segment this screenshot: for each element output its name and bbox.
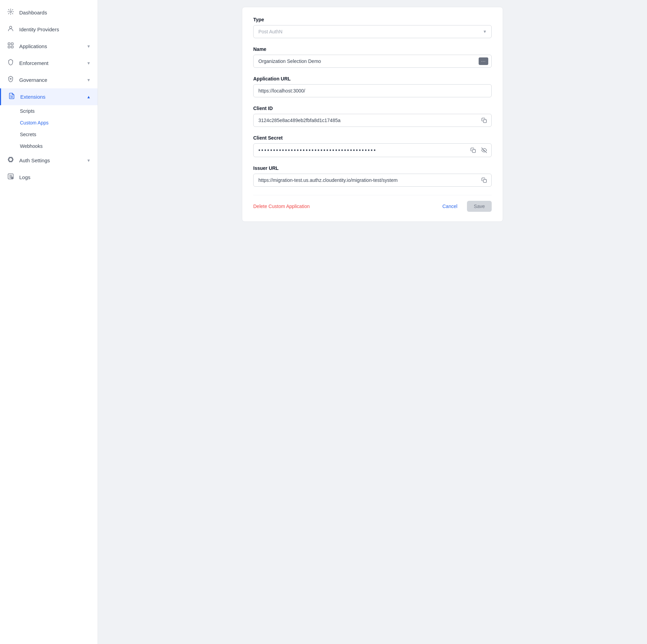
type-group: Type Post AuthN Post AuthN ▼ [253, 17, 492, 38]
sidebar-sub-scripts[interactable]: Scripts [20, 105, 98, 117]
auth-settings-chevron: ▼ [87, 158, 91, 163]
sidebar-governance-label: Governance [19, 77, 47, 83]
name-label: Name [253, 46, 492, 52]
issuer-url-wrapper [253, 174, 492, 187]
delete-button[interactable]: Delete Custom Application [253, 204, 310, 209]
name-input[interactable] [253, 55, 492, 68]
sidebar: Dashboards Identity Providers Applicatio… [0, 0, 98, 644]
app-url-group: Application URL [253, 76, 492, 97]
sidebar-item-governance[interactable]: Governance ▼ [0, 72, 98, 88]
identity-icon [7, 25, 14, 34]
extensions-submenu: Scripts Custom Apps Secrets Webhooks [0, 105, 98, 152]
sidebar-extensions-label: Extensions [20, 94, 45, 100]
sidebar-sub-secrets[interactable]: Secrets [20, 129, 98, 140]
sidebar-item-applications[interactable]: Applications ▼ [0, 38, 98, 55]
issuer-url-label: Issuer URL [253, 165, 492, 171]
sidebar-item-logs[interactable]: Logs [0, 169, 98, 186]
sidebar-identity-label: Identity Providers [19, 26, 59, 32]
svg-rect-20 [483, 179, 487, 183]
copy-issuer-icon [481, 177, 487, 183]
svg-rect-17 [483, 120, 487, 123]
extensions-icon [8, 92, 15, 101]
name-group: Name ··· [253, 46, 492, 68]
client-secret-group: Client Secret [253, 135, 492, 157]
type-select[interactable]: Post AuthN Post AuthN [253, 25, 492, 38]
issuer-url-input[interactable] [253, 174, 492, 187]
client-id-copy-button[interactable] [480, 116, 488, 124]
svg-point-11 [8, 156, 13, 163]
sidebar-applications-label: Applications [19, 43, 47, 49]
eye-off-icon [481, 148, 487, 153]
sidebar-auth-settings-label: Auth Settings [19, 157, 50, 163]
app-url-label: Application URL [253, 76, 492, 81]
enforcement-chevron: ▼ [87, 61, 91, 66]
svg-point-0 [10, 11, 12, 13]
sidebar-logs-label: Logs [19, 174, 31, 180]
applications-icon [7, 42, 14, 51]
form-actions: Delete Custom Application Cancel Save [253, 195, 492, 212]
copy-icon [481, 118, 487, 123]
svg-rect-4 [8, 46, 10, 48]
svg-rect-3 [11, 43, 13, 45]
save-button[interactable]: Save [467, 201, 492, 212]
name-options-button[interactable]: ··· [479, 57, 488, 65]
copy-secret-icon [470, 148, 476, 153]
sidebar-item-auth-settings[interactable]: Auth Settings ▼ [0, 152, 98, 169]
app-url-input[interactable] [253, 84, 492, 97]
logs-icon [7, 173, 14, 182]
name-input-wrapper: ··· [253, 55, 492, 68]
governance-chevron: ▼ [87, 78, 91, 83]
client-secret-toggle-button[interactable] [480, 146, 488, 154]
type-select-wrapper: Post AuthN Post AuthN ▼ [253, 25, 492, 38]
svg-rect-2 [8, 43, 10, 45]
sidebar-item-extensions[interactable]: Extensions ▲ [0, 88, 98, 105]
svg-point-1 [10, 26, 12, 29]
sidebar-sub-webhooks[interactable]: Webhooks [20, 140, 98, 152]
auth-settings-icon [7, 156, 14, 165]
svg-point-6 [10, 78, 11, 79]
cancel-button[interactable]: Cancel [437, 201, 463, 212]
svg-rect-5 [11, 46, 13, 48]
extensions-chevron: ▲ [87, 95, 91, 99]
form-card: Type Post AuthN Post AuthN ▼ Name ··· Ap… [242, 7, 503, 222]
client-id-input[interactable] [253, 114, 492, 127]
governance-icon [7, 76, 14, 84]
main-content: Type Post AuthN Post AuthN ▼ Name ··· Ap… [98, 0, 647, 644]
client-secret-label: Client Secret [253, 135, 492, 141]
applications-chevron: ▼ [87, 44, 91, 49]
svg-rect-18 [472, 150, 476, 153]
issuer-url-group: Issuer URL [253, 165, 492, 187]
client-secret-input[interactable] [253, 143, 492, 157]
sidebar-enforcement-label: Enforcement [19, 60, 48, 66]
issuer-url-copy-button[interactable] [480, 176, 488, 184]
sidebar-sub-custom-apps[interactable]: Custom Apps [20, 117, 98, 129]
client-secret-copy-button[interactable] [469, 146, 477, 154]
client-id-label: Client ID [253, 106, 492, 111]
client-id-wrapper [253, 114, 492, 127]
dashboard-icon [7, 8, 14, 17]
btn-group-right: Cancel Save [437, 201, 492, 212]
client-id-group: Client ID [253, 106, 492, 127]
client-secret-wrapper [253, 143, 492, 157]
sidebar-item-identity-providers[interactable]: Identity Providers [0, 21, 98, 38]
sidebar-item-dashboards[interactable]: Dashboards [0, 4, 98, 21]
type-label: Type [253, 17, 492, 22]
enforcement-icon [7, 59, 14, 67]
sidebar-dashboards-label: Dashboards [19, 10, 47, 15]
sidebar-item-enforcement[interactable]: Enforcement ▼ [0, 55, 98, 72]
